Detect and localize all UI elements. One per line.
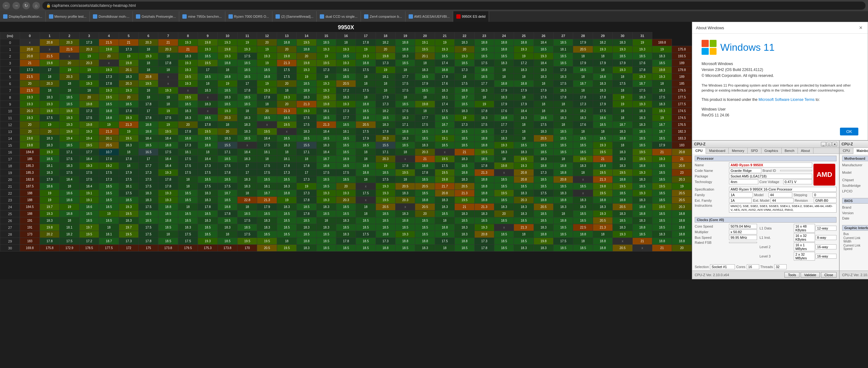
tab-0[interactable]: DisplaySpecification... xyxy=(0,11,46,22)
cpuz-left-close-btn[interactable]: Close xyxy=(821,272,837,278)
cpuz-extfamily-label: Ext. Family xyxy=(695,199,729,202)
table-row: 2719119.818.119.71819.717.518.518.318.51… xyxy=(0,224,692,231)
table-row: 13202019.819.321.31918.819.517.819.52018… xyxy=(0,128,692,135)
tab-3[interactable]: Geizhals Preisvergle... xyxy=(133,11,179,22)
tab-6[interactable]: (2) [Sammelthread]... xyxy=(272,11,317,22)
cpuz-bios-section: BIOS Brand American Megatrends Inc. Vers… xyxy=(840,196,868,223)
ok-button[interactable]: OK xyxy=(840,128,858,135)
cpuz-socket-input[interactable] xyxy=(710,264,735,269)
table-row: 1419.818.319.419.420.119.518.418.418.818… xyxy=(0,135,692,142)
cpuz-left-tools-btn[interactable]: Tools xyxy=(784,272,800,278)
cpuz-package-row: Package Socket AM5 (LGA1718) xyxy=(695,174,812,179)
license-text: The Windows 11 Pro operating system and … xyxy=(702,83,858,93)
dialog-body: Windows 11 Microsoft Windows Version 23H… xyxy=(692,34,868,125)
dialog-close-button[interactable]: ✕ xyxy=(858,25,864,31)
cpuz-mb-model-label: Model xyxy=(842,171,868,174)
cpuz-right-tab-cpu[interactable]: CPU xyxy=(840,148,854,154)
cpuz-ratedfsb-label: Rated FSB xyxy=(695,241,729,244)
cpuz-left-version: CPU-Z Ver. 2.10.0.x64 xyxy=(695,273,729,277)
cpuz-l2-value: 16 x 1 MBytes xyxy=(794,242,815,251)
tab-9[interactable]: AMS AGESA/UEFI/Bl... xyxy=(405,11,453,22)
windows-user: Windows User xyxy=(702,106,858,112)
tab-2[interactable]: Domdtdissar moh-... xyxy=(90,11,133,22)
browser-nav: ← → ↻ ⌂ 🔒 capframex.com/assets/static/la… xyxy=(0,0,868,11)
reload-button[interactable]: ↻ xyxy=(23,2,30,9)
cpuz-l2-label: Level 2 xyxy=(760,245,794,249)
cpuz-right-panel: CPU-Z _ □ ✕ CPU Mainboard Memory SPD Gra… xyxy=(839,140,868,279)
cpuz-clocks-section: Clocks (Core #0) Core Speed 5079.04 MHz … xyxy=(692,215,839,263)
license-link[interactable]: Microsoft Software License Terms xyxy=(758,97,815,102)
home-button[interactable]: ⌂ xyxy=(32,2,40,9)
cpuz-extfamily-value: 1A xyxy=(729,198,752,203)
tab-5[interactable]: Ryzen 7000 DDR5 O... xyxy=(225,11,273,22)
table-row: 32119.82020.3x19.81817.819.319.518.818.5… xyxy=(0,60,692,67)
cpuz-l1d-way: 12-way xyxy=(816,226,837,231)
cpuz-left-close[interactable]: ✕ xyxy=(832,142,837,146)
table-row: 2918317.817.517.218.717.317.818.517.519.… xyxy=(0,238,692,245)
cpuz-left-validate-btn[interactable]: Validate xyxy=(801,272,820,278)
back-button[interactable]: ← xyxy=(2,2,10,9)
cpuz-gi-bus-row: Bus PCI-Express 4.0 xyxy=(842,232,868,236)
cpuz-cores-label: Cores xyxy=(736,265,745,269)
ms-windows-label: Microsoft Windows xyxy=(702,61,858,67)
cpuz-bios-date-label: Date xyxy=(842,216,868,220)
address-bar[interactable]: 🔒 capframex.com/assets/static/latency-he… xyxy=(42,2,866,10)
cpuz-bios-ver-label: Version xyxy=(842,211,868,215)
cpuz-right-footer: CPU-Z Ver. 2.10.0.x64 Tools Validate Clo… xyxy=(840,271,868,279)
cpuz-left-tab-graphics[interactable]: Graphics xyxy=(762,148,782,154)
cpuz-corespeed-label: Core Speed xyxy=(695,225,729,228)
cpuz-left-tab-memory[interactable]: Memory xyxy=(729,148,748,154)
cpuz-right-title: CPU-Z xyxy=(841,142,853,146)
table-row: 30169.8175.8172.9178.5177.5172175173.817… xyxy=(0,245,692,252)
cpuz-gi-ls-row: Current Link Speed 2.5 GT/s Max. Support… xyxy=(842,243,868,251)
cpuz-voltage-label: Core Voltage xyxy=(758,180,783,184)
win11-squares-icon xyxy=(702,40,716,55)
cpuz-left-maximize[interactable]: □ xyxy=(827,142,832,146)
cpuz-left-tab-mainboard[interactable]: Mainboard xyxy=(706,148,729,154)
cpuz-mb-title: Motherboard xyxy=(842,156,868,161)
main-area: 9950X (ns) 01234567891011121314151617181… xyxy=(0,22,868,279)
cpuz-family-label: Family xyxy=(695,193,729,197)
cpuz-left-tab-about[interactable]: About xyxy=(798,148,813,154)
table-row: 919.319.318.519.818.518.517.81818.518.31… xyxy=(0,101,692,108)
cpuz-stepping-label: Stepping xyxy=(792,193,812,197)
cpuz-left-tab-bench[interactable]: Bench xyxy=(782,148,798,154)
cpuz-left-tab-spd[interactable]: SPD xyxy=(748,148,762,154)
tab-10[interactable]: 9950X ES delid xyxy=(453,11,489,22)
forward-button[interactable]: → xyxy=(12,2,20,9)
version-text: Version 23H2 (OS Build 22631.4112) xyxy=(702,67,858,73)
cpuz-cores-input[interactable] xyxy=(747,264,759,269)
cpuz-corespeed-value: 5079.04 MHz xyxy=(729,224,757,229)
cpuz-l1d-row: L1 Data 16 x 48 KBytes 12-way xyxy=(760,224,837,233)
cpuz-busspeed-value: 99.95 MHz xyxy=(729,235,757,240)
cpuz-right-tab-mainboard[interactable]: Mainboard xyxy=(854,148,868,154)
cpuz-l1i-row: L1 Inst. 16 x 32 KBytes 8-way xyxy=(760,233,837,242)
table-row: 18185.318.118.319.319.21817.718.417.517.… xyxy=(0,163,692,169)
cpuz-left-minimize[interactable]: _ xyxy=(821,142,826,146)
table-row: 819.318.318.52019.520181819.5x18.318.517… xyxy=(0,94,692,101)
cpuz-extmodel-value: 44 xyxy=(770,198,793,203)
table-row: 21187.518.61818.418.518.117.517.81817.51… xyxy=(0,183,692,190)
tab-7[interactable]: dual CCD vs single... xyxy=(317,11,361,22)
cpuz-left-tab-cpu[interactable]: CPU xyxy=(692,148,706,154)
tab-8[interactable]: Zen4 comparison b... xyxy=(361,11,405,22)
tab-4[interactable]: mine 7950x benchm... xyxy=(179,11,225,22)
browser-chrome: ← → ↻ ⌂ 🔒 capframex.com/assets/static/la… xyxy=(0,0,868,22)
cpuz-corespeed-row: Core Speed 5079.04 MHz xyxy=(695,224,757,229)
cpuz-processor-title: Processor xyxy=(695,156,837,161)
tab-1[interactable]: Memory profile test... xyxy=(46,11,90,22)
cpuz-gi-section: Graphic Interface Bus PCI-Express 4.0 Cu… xyxy=(840,223,868,253)
about-info: Microsoft Windows Version 23H2 (OS Build… xyxy=(702,61,858,118)
cpuz-gi-ls-label: Current Link Speed xyxy=(842,243,868,251)
cpuz-l3-label: Level 3 xyxy=(760,254,794,258)
cpuz-threads-input[interactable] xyxy=(774,264,787,269)
table-row: 0x20.820.317.321.52120.32119.319.819.319… xyxy=(0,39,692,46)
table-row: 221881918.619.118.517.518.319.318.518.31… xyxy=(0,190,692,197)
cpuz-name-label: Name xyxy=(695,163,729,167)
heatmap-page: 9950X (ns) 01234567891011121314151617181… xyxy=(0,22,692,279)
table-row: 220.821.5x19201919.31818.318.519.317.519… xyxy=(0,53,692,60)
table-row: 1020.319.819.817.318.817.8171918.3x19.31… xyxy=(0,108,692,114)
table-row: 24184.519.71918.618.519.317.518.81817.81… xyxy=(0,204,692,210)
dialog-footer: OK xyxy=(692,125,868,140)
cpuz-sb-label: Southbridge xyxy=(842,184,868,188)
